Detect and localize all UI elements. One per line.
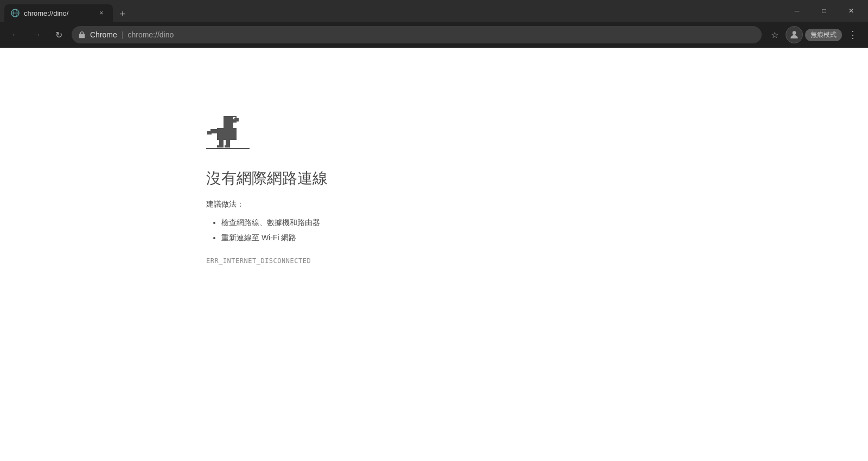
tab-title: chrome://dino/ bbox=[24, 9, 92, 17]
svg-point-3 bbox=[793, 31, 796, 35]
tab-close-button[interactable]: × bbox=[97, 8, 106, 18]
address-separator: | bbox=[122, 30, 124, 39]
tabs-area: chrome://dino/ × + bbox=[4, 0, 784, 22]
window-controls: ─ □ ✕ bbox=[784, 2, 864, 20]
restore-button[interactable]: □ bbox=[812, 2, 837, 20]
bookmark-button[interactable]: ☆ bbox=[766, 26, 783, 43]
address-bar[interactable]: Chrome | chrome://dino bbox=[72, 26, 762, 43]
svg-rect-9 bbox=[234, 118, 235, 119]
svg-rect-17 bbox=[225, 145, 230, 148]
active-tab[interactable]: chrome://dino/ × bbox=[4, 4, 113, 22]
suggestions-label: 建議做法： bbox=[206, 200, 244, 209]
svg-rect-11 bbox=[207, 131, 212, 135]
profile-button[interactable] bbox=[786, 26, 803, 43]
secure-icon bbox=[78, 31, 86, 39]
suggestions-list: 檢查網路線、數據機和路由器 重新連線至 Wi-Fi 網路 bbox=[206, 215, 320, 245]
error-title: 沒有網際網路連線 bbox=[206, 168, 328, 189]
error-code: ERR_INTERNET_DISCONNECTED bbox=[206, 257, 311, 265]
menu-button[interactable]: ⋮ bbox=[844, 26, 861, 43]
minimize-button[interactable]: ─ bbox=[784, 2, 809, 20]
incognito-badge[interactable]: 無痕模式 bbox=[805, 29, 842, 41]
suggestion-item-2: 重新連線至 Wi-Fi 網路 bbox=[221, 230, 320, 245]
nav-bar: ← → ↻ Chrome | chrome://dino ☆ 無痕模式 ⋮ bbox=[0, 22, 868, 48]
svg-rect-16 bbox=[217, 145, 224, 148]
new-tab-button[interactable]: + bbox=[115, 7, 130, 22]
forward-button[interactable]: → bbox=[28, 26, 46, 43]
address-main-text: Chrome bbox=[90, 30, 117, 39]
tab-favicon bbox=[11, 9, 20, 17]
back-button[interactable]: ← bbox=[7, 26, 24, 43]
main-content: 沒有網際網路連線 建議做法： 檢查網路線、數據機和路由器 重新連線至 Wi-Fi… bbox=[0, 48, 868, 461]
title-bar: chrome://dino/ × + ─ □ ✕ bbox=[0, 0, 868, 22]
svg-rect-13 bbox=[230, 131, 233, 133]
dino-illustration bbox=[206, 113, 250, 153]
suggestion-item-1: 檢查網路線、數據機和路由器 bbox=[221, 215, 320, 230]
address-url-text: chrome://dino bbox=[127, 30, 174, 39]
refresh-button[interactable]: ↻ bbox=[50, 26, 67, 43]
nav-right-controls: ☆ 無痕模式 ⋮ bbox=[766, 26, 861, 43]
svg-rect-18 bbox=[206, 148, 250, 149]
svg-rect-10 bbox=[210, 129, 218, 133]
close-button[interactable]: ✕ bbox=[839, 2, 864, 20]
error-container: 沒有網際網路連線 建議做法： 檢查網路線、數據機和路由器 重新連線至 Wi-Fi… bbox=[206, 113, 328, 265]
